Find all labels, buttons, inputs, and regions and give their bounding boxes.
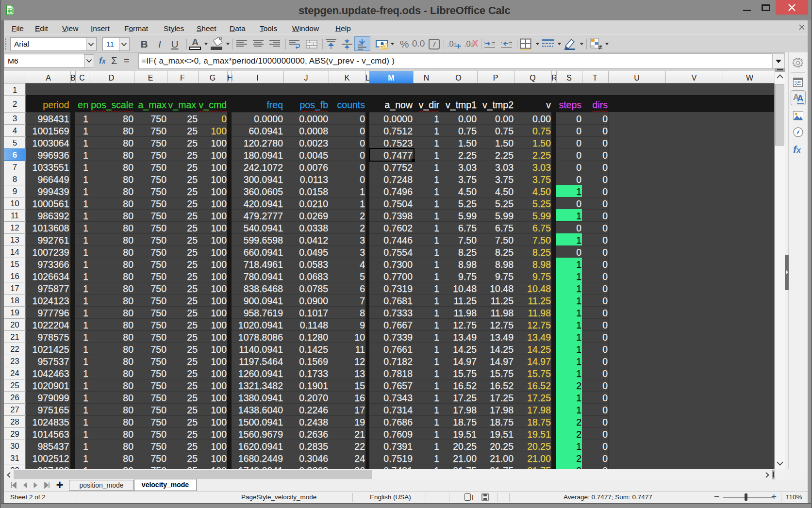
svg-text:≠: ≠ [598, 43, 602, 50]
